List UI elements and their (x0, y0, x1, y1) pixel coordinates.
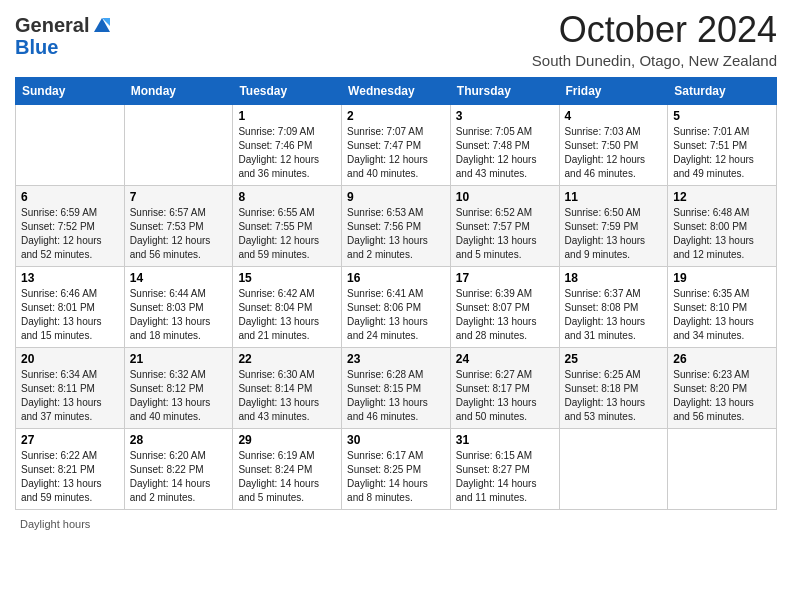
day-info: Sunrise: 6:50 AM Sunset: 7:59 PM Dayligh… (565, 206, 663, 262)
day-info: Sunrise: 6:59 AM Sunset: 7:52 PM Dayligh… (21, 206, 119, 262)
day-info: Sunrise: 6:23 AM Sunset: 8:20 PM Dayligh… (673, 368, 771, 424)
day-number: 5 (673, 109, 771, 123)
day-info: Sunrise: 6:52 AM Sunset: 7:57 PM Dayligh… (456, 206, 554, 262)
logo-general-text: General (15, 14, 89, 36)
location-title: South Dunedin, Otago, New Zealand (532, 52, 777, 69)
weekday-header-sunday: Sunday (16, 77, 125, 104)
day-number: 14 (130, 271, 228, 285)
day-info: Sunrise: 7:03 AM Sunset: 7:50 PM Dayligh… (565, 125, 663, 181)
logo: General Blue (15, 14, 113, 58)
calendar-cell: 1Sunrise: 7:09 AM Sunset: 7:46 PM Daylig… (233, 104, 342, 185)
calendar-cell: 22Sunrise: 6:30 AM Sunset: 8:14 PM Dayli… (233, 347, 342, 428)
day-info: Sunrise: 6:30 AM Sunset: 8:14 PM Dayligh… (238, 368, 336, 424)
day-number: 6 (21, 190, 119, 204)
day-number: 29 (238, 433, 336, 447)
day-info: Sunrise: 7:01 AM Sunset: 7:51 PM Dayligh… (673, 125, 771, 181)
day-info: Sunrise: 6:35 AM Sunset: 8:10 PM Dayligh… (673, 287, 771, 343)
calendar-cell: 26Sunrise: 6:23 AM Sunset: 8:20 PM Dayli… (668, 347, 777, 428)
day-info: Sunrise: 6:46 AM Sunset: 8:01 PM Dayligh… (21, 287, 119, 343)
calendar-cell: 9Sunrise: 6:53 AM Sunset: 7:56 PM Daylig… (342, 185, 451, 266)
day-info: Sunrise: 7:07 AM Sunset: 7:47 PM Dayligh… (347, 125, 445, 181)
calendar-cell: 25Sunrise: 6:25 AM Sunset: 8:18 PM Dayli… (559, 347, 668, 428)
day-info: Sunrise: 6:55 AM Sunset: 7:55 PM Dayligh… (238, 206, 336, 262)
day-number: 28 (130, 433, 228, 447)
logo-icon (91, 14, 113, 36)
calendar-cell: 7Sunrise: 6:57 AM Sunset: 7:53 PM Daylig… (124, 185, 233, 266)
day-number: 15 (238, 271, 336, 285)
calendar-cell: 10Sunrise: 6:52 AM Sunset: 7:57 PM Dayli… (450, 185, 559, 266)
calendar-cell (559, 428, 668, 509)
calendar-cell: 5Sunrise: 7:01 AM Sunset: 7:51 PM Daylig… (668, 104, 777, 185)
weekday-header-wednesday: Wednesday (342, 77, 451, 104)
calendar-cell: 6Sunrise: 6:59 AM Sunset: 7:52 PM Daylig… (16, 185, 125, 266)
day-info: Sunrise: 6:53 AM Sunset: 7:56 PM Dayligh… (347, 206, 445, 262)
calendar-week-3: 13Sunrise: 6:46 AM Sunset: 8:01 PM Dayli… (16, 266, 777, 347)
calendar-cell (124, 104, 233, 185)
calendar-cell: 16Sunrise: 6:41 AM Sunset: 8:06 PM Dayli… (342, 266, 451, 347)
day-number: 26 (673, 352, 771, 366)
day-info: Sunrise: 6:25 AM Sunset: 8:18 PM Dayligh… (565, 368, 663, 424)
day-number: 11 (565, 190, 663, 204)
day-info: Sunrise: 6:41 AM Sunset: 8:06 PM Dayligh… (347, 287, 445, 343)
header: General Blue October 2024 South Dunedin,… (15, 10, 777, 69)
weekday-header-saturday: Saturday (668, 77, 777, 104)
calendar-week-5: 27Sunrise: 6:22 AM Sunset: 8:21 PM Dayli… (16, 428, 777, 509)
weekday-header-monday: Monday (124, 77, 233, 104)
day-number: 21 (130, 352, 228, 366)
day-number: 23 (347, 352, 445, 366)
calendar-cell: 31Sunrise: 6:15 AM Sunset: 8:27 PM Dayli… (450, 428, 559, 509)
day-number: 25 (565, 352, 663, 366)
day-info: Sunrise: 6:27 AM Sunset: 8:17 PM Dayligh… (456, 368, 554, 424)
calendar-cell: 23Sunrise: 6:28 AM Sunset: 8:15 PM Dayli… (342, 347, 451, 428)
day-number: 31 (456, 433, 554, 447)
footer-note: Daylight hours (15, 518, 777, 530)
day-number: 10 (456, 190, 554, 204)
month-title: October 2024 (532, 10, 777, 50)
calendar-cell: 18Sunrise: 6:37 AM Sunset: 8:08 PM Dayli… (559, 266, 668, 347)
day-number: 17 (456, 271, 554, 285)
calendar-cell: 29Sunrise: 6:19 AM Sunset: 8:24 PM Dayli… (233, 428, 342, 509)
day-number: 9 (347, 190, 445, 204)
calendar-cell: 8Sunrise: 6:55 AM Sunset: 7:55 PM Daylig… (233, 185, 342, 266)
calendar-cell: 13Sunrise: 6:46 AM Sunset: 8:01 PM Dayli… (16, 266, 125, 347)
calendar-cell: 12Sunrise: 6:48 AM Sunset: 8:00 PM Dayli… (668, 185, 777, 266)
calendar-cell: 14Sunrise: 6:44 AM Sunset: 8:03 PM Dayli… (124, 266, 233, 347)
calendar-cell: 15Sunrise: 6:42 AM Sunset: 8:04 PM Dayli… (233, 266, 342, 347)
calendar-cell (16, 104, 125, 185)
day-info: Sunrise: 6:20 AM Sunset: 8:22 PM Dayligh… (130, 449, 228, 505)
day-info: Sunrise: 7:05 AM Sunset: 7:48 PM Dayligh… (456, 125, 554, 181)
calendar-cell: 28Sunrise: 6:20 AM Sunset: 8:22 PM Dayli… (124, 428, 233, 509)
day-info: Sunrise: 6:42 AM Sunset: 8:04 PM Dayligh… (238, 287, 336, 343)
calendar-table: SundayMondayTuesdayWednesdayThursdayFrid… (15, 77, 777, 510)
day-number: 16 (347, 271, 445, 285)
calendar-cell: 19Sunrise: 6:35 AM Sunset: 8:10 PM Dayli… (668, 266, 777, 347)
calendar-cell: 20Sunrise: 6:34 AM Sunset: 8:11 PM Dayli… (16, 347, 125, 428)
day-number: 13 (21, 271, 119, 285)
calendar-cell: 2Sunrise: 7:07 AM Sunset: 7:47 PM Daylig… (342, 104, 451, 185)
weekday-header-friday: Friday (559, 77, 668, 104)
day-number: 18 (565, 271, 663, 285)
day-number: 2 (347, 109, 445, 123)
day-number: 20 (21, 352, 119, 366)
title-block: October 2024 South Dunedin, Otago, New Z… (532, 10, 777, 69)
day-info: Sunrise: 6:22 AM Sunset: 8:21 PM Dayligh… (21, 449, 119, 505)
calendar-cell: 17Sunrise: 6:39 AM Sunset: 8:07 PM Dayli… (450, 266, 559, 347)
day-number: 24 (456, 352, 554, 366)
day-info: Sunrise: 6:57 AM Sunset: 7:53 PM Dayligh… (130, 206, 228, 262)
calendar-week-2: 6Sunrise: 6:59 AM Sunset: 7:52 PM Daylig… (16, 185, 777, 266)
day-number: 30 (347, 433, 445, 447)
weekday-header-thursday: Thursday (450, 77, 559, 104)
calendar-week-1: 1Sunrise: 7:09 AM Sunset: 7:46 PM Daylig… (16, 104, 777, 185)
day-number: 12 (673, 190, 771, 204)
day-number: 8 (238, 190, 336, 204)
day-info: Sunrise: 6:17 AM Sunset: 8:25 PM Dayligh… (347, 449, 445, 505)
day-number: 19 (673, 271, 771, 285)
day-number: 22 (238, 352, 336, 366)
day-info: Sunrise: 6:48 AM Sunset: 8:00 PM Dayligh… (673, 206, 771, 262)
calendar-cell: 4Sunrise: 7:03 AM Sunset: 7:50 PM Daylig… (559, 104, 668, 185)
day-number: 27 (21, 433, 119, 447)
calendar-week-4: 20Sunrise: 6:34 AM Sunset: 8:11 PM Dayli… (16, 347, 777, 428)
calendar-cell: 24Sunrise: 6:27 AM Sunset: 8:17 PM Dayli… (450, 347, 559, 428)
calendar-cell: 27Sunrise: 6:22 AM Sunset: 8:21 PM Dayli… (16, 428, 125, 509)
day-info: Sunrise: 6:44 AM Sunset: 8:03 PM Dayligh… (130, 287, 228, 343)
